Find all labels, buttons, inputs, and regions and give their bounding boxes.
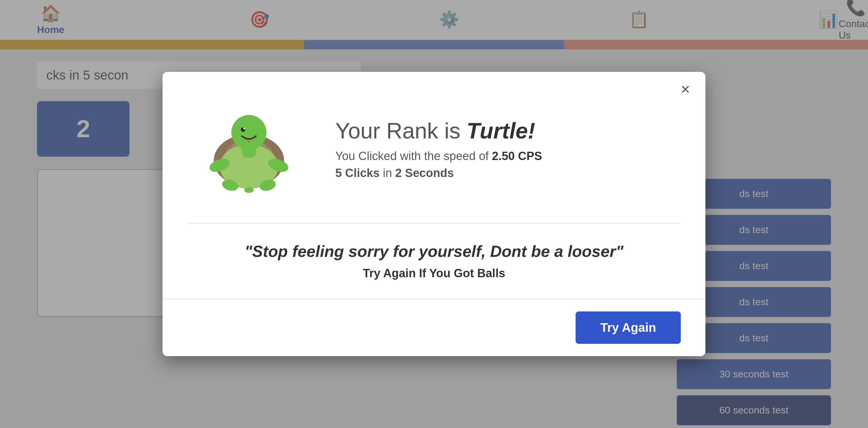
sub-quote-text: Try Again If You Got Balls (187, 267, 681, 280)
turtle-illustration (187, 90, 311, 207)
modal-result-section: Your Rank is Turtle! You Clicked with th… (335, 118, 681, 180)
quote-text: "Stop feeling sorry for yourself, Dont b… (187, 242, 681, 261)
speed-value: 2.50 CPS (492, 150, 542, 163)
clicks-display: 5 Clicks in 2 Seconds (335, 166, 681, 180)
clicks-count: 5 Clicks (335, 166, 380, 179)
rank-display: Your Rank is Turtle! (335, 118, 681, 143)
svg-point-9 (243, 128, 245, 130)
rank-name: Turtle! (467, 119, 535, 143)
modal-bottom-section: Try Again (162, 298, 706, 356)
svg-point-14 (244, 187, 253, 193)
modal-top-section: Your Rank is Turtle! You Clicked with th… (162, 72, 706, 223)
speed-display: You Clicked with the speed of 2.50 CPS (335, 150, 681, 163)
svg-rect-15 (242, 143, 256, 158)
clicks-time: 2 Seconds (395, 166, 454, 179)
try-again-button[interactable]: Try Again (576, 311, 681, 344)
modal-quote-section: "Stop feeling sorry for yourself, Dont b… (162, 224, 706, 298)
result-modal: × (162, 72, 706, 356)
modal-close-button[interactable]: × (681, 81, 690, 97)
